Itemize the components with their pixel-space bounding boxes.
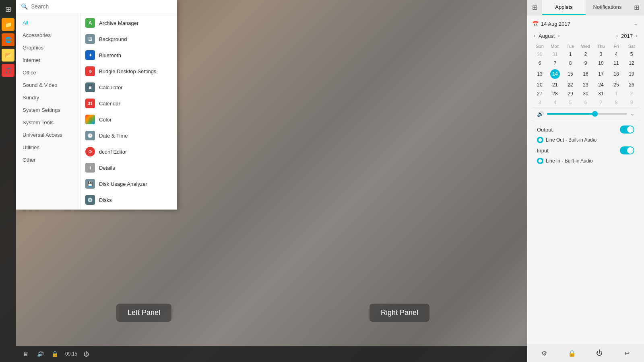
cal-day[interactable]: 26 xyxy=(624,80,639,89)
apps-grid-button[interactable]: ⊞ xyxy=(2,3,14,16)
month-label[interactable]: August xyxy=(539,33,555,39)
cal-day[interactable]: 1 xyxy=(563,50,578,59)
volume-slider[interactable] xyxy=(547,113,627,115)
category-system-settings[interactable]: System Settings xyxy=(16,104,80,116)
app-bluetooth[interactable]: ✦ Bluetooth xyxy=(80,47,177,63)
calendar-dropdown-btn[interactable]: ⌄ xyxy=(632,20,639,27)
input-toggle[interactable] xyxy=(620,146,634,154)
cal-day[interactable]: 19 xyxy=(624,68,639,80)
volume-button[interactable]: 🔊 xyxy=(35,348,46,360)
app-calendar[interactable]: 31 Calendar xyxy=(80,95,177,111)
cal-day[interactable]: 10 xyxy=(593,59,609,68)
cal-day[interactable]: 11 xyxy=(609,59,624,68)
panel-grid-icon-left[interactable]: ⊞ xyxy=(530,2,539,13)
cal-day[interactable]: 27 xyxy=(532,89,547,98)
cal-day[interactable]: 15 xyxy=(563,68,578,80)
next-month-btn[interactable]: › xyxy=(556,32,561,39)
cal-day[interactable]: 24 xyxy=(593,80,609,89)
cal-day[interactable]: 29 xyxy=(563,89,578,98)
cal-day[interactable]: 16 xyxy=(578,68,593,80)
category-system-tools[interactable]: System Tools xyxy=(16,116,80,129)
datetime-label: Date & Time xyxy=(99,133,128,139)
category-other[interactable]: Other xyxy=(16,154,80,166)
category-utilities[interactable]: Utilities xyxy=(16,141,80,154)
panel-power-btn[interactable]: ⏻ xyxy=(594,348,605,359)
app-details[interactable]: ℹ Details xyxy=(80,160,177,176)
panel-grid-icon-right[interactable]: ⊞ xyxy=(632,2,641,13)
panel-logout-btn[interactable]: ↩ xyxy=(621,348,633,359)
cal-day[interactable]: 31 xyxy=(547,50,563,59)
output-toggle-thumb xyxy=(627,126,634,133)
cal-day[interactable]: 2 xyxy=(624,89,639,98)
cal-day[interactable]: 18 xyxy=(609,68,624,80)
app-datetime[interactable]: 🕐 Date & Time xyxy=(80,128,177,144)
category-sound-video[interactable]: Sound & Video xyxy=(16,79,80,91)
budgie-settings-icon: ⚙ xyxy=(85,66,95,76)
category-sundry[interactable]: Sundry xyxy=(16,91,80,104)
category-accessories[interactable]: Accessories xyxy=(16,29,80,41)
category-internet[interactable]: Internet xyxy=(16,54,80,66)
cal-day[interactable]: 2 xyxy=(578,50,593,59)
cal-day[interactable]: 9 xyxy=(624,98,639,107)
app-disks[interactable]: 💿 Disks xyxy=(80,192,177,208)
cal-day[interactable]: 30 xyxy=(578,89,593,98)
cal-day[interactable]: 8 xyxy=(563,59,578,68)
panel-settings-btn[interactable]: ⚙ xyxy=(539,348,550,359)
app-calculator[interactable]: 🖩 Calculator xyxy=(80,79,177,95)
folder-icon[interactable]: 📂 xyxy=(2,49,14,62)
app-budgie-settings[interactable]: ⚙ Budgie Desktop Settings xyxy=(80,63,177,79)
next-year-btn[interactable]: › xyxy=(634,32,639,39)
cal-day[interactable]: 13 xyxy=(532,68,547,80)
cal-day[interactable]: 22 xyxy=(563,80,578,89)
cal-day[interactable]: 4 xyxy=(609,50,624,59)
prev-year-btn[interactable]: ‹ xyxy=(615,32,619,39)
search-icon: 🔍 xyxy=(21,3,28,10)
category-universal-access[interactable]: Universal Access xyxy=(16,129,80,141)
year-label[interactable]: 2017 xyxy=(621,33,633,39)
cal-day[interactable]: 28 xyxy=(547,89,563,98)
tab-notifications[interactable]: Notifications xyxy=(586,0,629,15)
app-archive-manager[interactable]: A Archive Manager xyxy=(80,15,177,31)
cal-day[interactable]: 12 xyxy=(624,59,639,68)
cal-day[interactable]: 5 xyxy=(563,98,578,107)
power-button[interactable]: ⏻ xyxy=(80,348,92,360)
cal-day[interactable]: 20 xyxy=(532,80,547,89)
firefox-icon[interactable]: 🌐 xyxy=(2,33,14,46)
cal-day[interactable]: 3 xyxy=(532,98,547,107)
cal-day[interactable]: 30 xyxy=(532,50,547,59)
app-dconf[interactable]: ⚙ dconf Editor xyxy=(80,144,177,160)
cal-day[interactable]: 17 xyxy=(593,68,609,80)
cal-day[interactable]: 6 xyxy=(532,59,547,68)
panel-lock-btn[interactable]: 🔒 xyxy=(566,348,578,359)
output-toggle[interactable] xyxy=(620,125,634,134)
cal-day[interactable]: 31 xyxy=(593,89,609,98)
app-disk-usage[interactable]: 💾 Disk Usage Analyzer xyxy=(80,176,177,192)
search-input[interactable] xyxy=(31,3,172,10)
cal-day[interactable]: 21 xyxy=(547,80,563,89)
category-graphics[interactable]: Graphics xyxy=(16,41,80,54)
category-all[interactable]: All xyxy=(16,16,80,29)
network-button[interactable]: 🔒 xyxy=(49,348,60,360)
tab-applets[interactable]: Applets xyxy=(542,0,586,15)
cal-day[interactable]: 4 xyxy=(547,98,563,107)
cal-day[interactable]: 5 xyxy=(624,50,639,59)
files-icon[interactable]: 📁 xyxy=(2,18,14,31)
volume-dropdown-btn[interactable]: ⌄ xyxy=(630,111,634,117)
cal-day[interactable]: 9 xyxy=(578,59,593,68)
app-background[interactable]: 🖼 Background xyxy=(80,31,177,47)
cal-day[interactable]: 3 xyxy=(593,50,609,59)
show-desktop-button[interactable]: 🖥 xyxy=(20,348,31,360)
cal-day[interactable]: 1 xyxy=(609,89,624,98)
cal-day[interactable]: 6 xyxy=(578,98,593,107)
music-icon[interactable]: 🎵 xyxy=(2,64,14,77)
cal-day[interactable]: 8 xyxy=(609,98,624,107)
cal-day[interactable]: 7 xyxy=(547,59,563,68)
app-color[interactable]: ░ Color xyxy=(80,111,177,128)
category-office[interactable]: Office xyxy=(16,66,80,79)
cal-day-today[interactable]: 14 xyxy=(547,68,563,80)
prev-month-btn[interactable]: ‹ xyxy=(532,32,537,39)
cal-day[interactable]: 25 xyxy=(609,80,624,89)
cal-day[interactable]: 23 xyxy=(578,80,593,89)
calendar-weekdays-row: Sun Mon Tue Wed Thu Fri Sat xyxy=(532,43,639,50)
cal-day[interactable]: 7 xyxy=(593,98,609,107)
